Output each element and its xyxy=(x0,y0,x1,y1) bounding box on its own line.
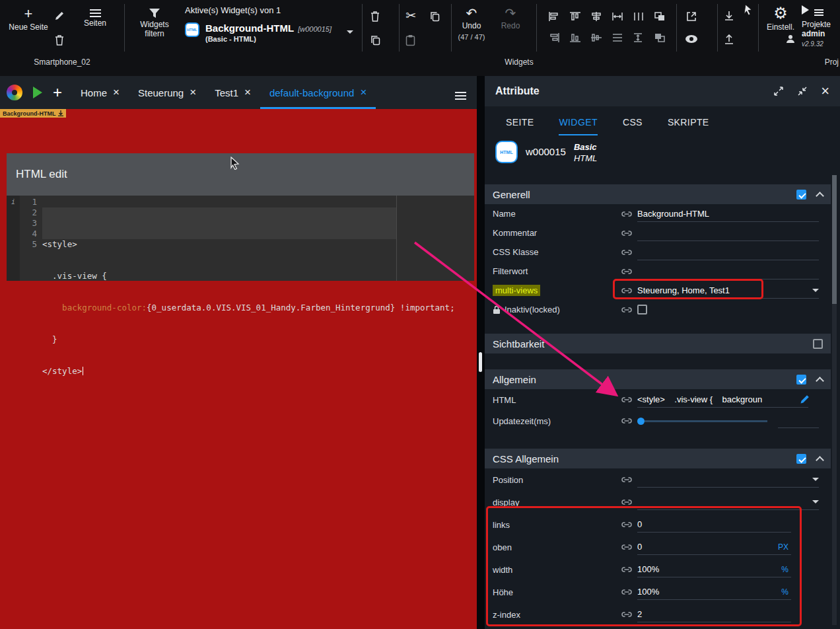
updatezeit-input[interactable] xyxy=(778,414,819,428)
chevron-up-icon[interactable] xyxy=(816,456,824,464)
bring-to-front-button[interactable] xyxy=(651,9,668,24)
user-button[interactable] xyxy=(786,34,795,44)
select-mode-button[interactable] xyxy=(744,4,753,16)
close-icon[interactable]: × xyxy=(190,86,196,99)
tab-default-background[interactable]: default-background × xyxy=(260,76,376,109)
filterwort-input[interactable] xyxy=(637,264,819,279)
tab-css[interactable]: CSS xyxy=(623,117,643,135)
section-checkbox[interactable] xyxy=(796,190,806,200)
expand-icon[interactable] xyxy=(773,86,784,96)
chevron-down-icon[interactable] xyxy=(812,478,819,484)
pages-menu-button[interactable]: Seiten xyxy=(78,8,112,28)
export-widget-button[interactable] xyxy=(685,11,697,22)
projects-menu-button[interactable]: Projekte admin v2.9.32 xyxy=(802,5,837,48)
section-checkbox[interactable] xyxy=(796,375,806,385)
align-center-horizontal-button[interactable] xyxy=(588,9,605,24)
section-allgemein[interactable]: Allgemein xyxy=(485,369,831,389)
multiviews-select[interactable]: Steuerung, Home, Test1 xyxy=(637,283,819,299)
section-css-allgemein[interactable]: CSS Allgemein xyxy=(485,449,831,468)
code-editor[interactable]: i 1 2 3 4 5 <style> .vis-view { backgrou… xyxy=(7,196,474,281)
link-binding-icon[interactable] xyxy=(621,211,637,217)
align-bottom-button[interactable] xyxy=(567,30,584,45)
delete-widget-button[interactable] xyxy=(370,11,380,22)
equal-height-button[interactable] xyxy=(630,30,647,45)
slider-thumb[interactable] xyxy=(637,418,645,425)
links-input[interactable]: 0 xyxy=(637,517,791,533)
panel-splitter[interactable] xyxy=(477,76,485,629)
inaktiv-checkbox[interactable] xyxy=(637,305,647,314)
chevron-down-icon[interactable] xyxy=(812,500,819,507)
hoehe-input[interactable]: 100% % xyxy=(637,584,791,600)
link-binding-icon[interactable] xyxy=(621,249,637,256)
import-button[interactable] xyxy=(724,11,734,21)
close-icon[interactable]: × xyxy=(113,86,120,99)
section-checkbox[interactable] xyxy=(813,339,823,349)
clone-widget-button[interactable] xyxy=(370,34,381,46)
slider-track[interactable] xyxy=(645,420,767,422)
tab-home[interactable]: Home × xyxy=(71,76,129,109)
edit-html-button[interactable] xyxy=(800,394,810,404)
zindex-input[interactable]: 2 xyxy=(637,607,791,622)
tab-test1[interactable]: Test1 × xyxy=(205,76,260,109)
distribute-vertical-button[interactable] xyxy=(609,30,626,45)
scrollbar-thumb[interactable] xyxy=(832,175,837,304)
link-binding-icon[interactable] xyxy=(621,268,637,275)
link-binding-icon[interactable] xyxy=(621,307,637,313)
unit-label[interactable]: PX xyxy=(778,542,791,552)
equal-width-button[interactable] xyxy=(609,9,626,24)
section-generell[interactable]: Generell xyxy=(485,184,831,204)
copy-widget-button[interactable] xyxy=(429,11,440,22)
html-edit-widget[interactable]: HTML edit i 1 2 3 4 5 <style> .vis-vi xyxy=(7,153,474,281)
settings-button[interactable]: ⚙ Einstell. xyxy=(763,5,798,32)
widget-selector[interactable]: HTML Background-HTML [w000015] (Basic - … xyxy=(185,22,353,43)
section-checkbox[interactable] xyxy=(796,454,806,464)
display-select[interactable] xyxy=(637,494,819,510)
link-binding-icon[interactable] xyxy=(621,566,637,573)
section-sichtbarkeit[interactable]: Sichtbarkeit xyxy=(485,334,831,353)
new-page-button[interactable]: + Neue Seite xyxy=(8,7,49,32)
link-binding-icon[interactable] xyxy=(621,396,637,403)
filter-widgets-button[interactable]: Widgets filtern xyxy=(133,8,176,39)
link-binding-icon[interactable] xyxy=(621,499,637,505)
tab-steuerung[interactable]: Steuerung × xyxy=(129,76,205,109)
export-button[interactable] xyxy=(724,34,734,45)
rename-page-button[interactable] xyxy=(54,11,65,21)
link-binding-icon[interactable] xyxy=(621,476,637,483)
align-center-vertical-button[interactable] xyxy=(588,30,605,45)
add-view-button[interactable]: + xyxy=(53,85,62,100)
position-select[interactable] xyxy=(637,472,819,488)
align-top-button[interactable] xyxy=(567,9,584,24)
link-binding-icon[interactable] xyxy=(621,521,637,528)
width-input[interactable]: 100% % xyxy=(637,562,791,577)
align-right-button[interactable] xyxy=(545,30,563,45)
delete-page-button[interactable] xyxy=(54,34,65,46)
close-panel-icon[interactable]: × xyxy=(821,84,829,98)
kommentar-input[interactable] xyxy=(637,225,819,241)
palette-icon[interactable] xyxy=(7,85,22,100)
close-icon[interactable]: × xyxy=(360,86,367,99)
unit-label[interactable]: % xyxy=(781,587,791,597)
link-binding-icon[interactable] xyxy=(621,544,637,550)
views-menu-button[interactable] xyxy=(455,76,477,109)
distribute-horizontal-button[interactable] xyxy=(630,9,647,24)
link-binding-icon[interactable] xyxy=(621,418,637,424)
name-input[interactable]: Background-HTML xyxy=(637,206,819,222)
unit-label[interactable]: % xyxy=(781,565,791,574)
preview-widget-button[interactable] xyxy=(685,34,698,44)
tab-skripte[interactable]: SKRIPTE xyxy=(668,117,709,135)
redo-button[interactable]: ↷ Redo xyxy=(494,7,527,31)
tab-widget[interactable]: WIDGET xyxy=(559,117,597,135)
undo-button[interactable]: ↶ Undo (47 / 47) xyxy=(454,7,489,41)
splitter-handle[interactable] xyxy=(479,352,482,372)
code-area[interactable]: <style> .vis-view { background-color:{0_… xyxy=(42,196,474,281)
collapse-icon[interactable] xyxy=(797,86,808,96)
html-content-field[interactable]: <style> .vis-view { backgroun xyxy=(637,392,808,408)
updatezeit-slider[interactable] xyxy=(637,418,767,425)
tab-seite[interactable]: SEITE xyxy=(506,117,534,135)
chevron-down-icon[interactable] xyxy=(812,289,819,295)
css-klasse-input[interactable] xyxy=(637,244,819,260)
view-canvas[interactable]: Background-HTML HTML edit i 1 2 3 4 5 xyxy=(0,109,477,629)
send-to-back-button[interactable] xyxy=(651,30,668,45)
run-view-button[interactable] xyxy=(33,87,42,98)
paste-widget-button[interactable] xyxy=(405,34,415,46)
